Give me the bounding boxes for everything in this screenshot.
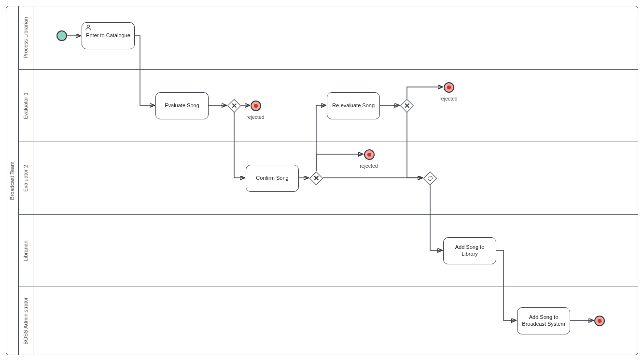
lane-title-bar: Librarian	[19, 215, 33, 287]
lane-title-bar: Evaluator 2	[19, 142, 33, 214]
lane-title-bar: Evaluator 1	[19, 70, 33, 142]
pool-title: Broadcast Team	[9, 161, 15, 200]
gateway-after-evaluate[interactable]: ✕	[227, 99, 241, 113]
svg-point-0	[87, 25, 89, 28]
lane-evaluator-1[interactable]: Evaluator 1 Evaluate Song ✕ rejected Re-…	[19, 69, 638, 142]
end-event-rejected-1[interactable]	[251, 101, 261, 111]
pool-broadcast-team[interactable]: Broadcast Team Process Librarian Enter t…	[6, 6, 638, 355]
lane-title: Process Librarian	[23, 17, 28, 58]
task-confirm-song[interactable]: Confirm Song	[246, 165, 299, 192]
end-event-rejected-3[interactable]	[444, 82, 454, 93]
task-label: Evaluate Song	[165, 102, 199, 109]
task-label: Confirm Song	[256, 175, 288, 182]
task-label: Enter to Catalogue	[86, 32, 130, 39]
task-label: Add Song to Broadcast System	[520, 314, 567, 328]
lane-title-bar: Process Librarian	[19, 6, 33, 69]
lane-evaluator-2[interactable]: Evaluator 2 Confirm Song ✕ rejected	[19, 142, 638, 214]
end-event-rejected-2[interactable]	[364, 149, 375, 160]
task-add-song-to-broadcast[interactable]: Add Song to Broadcast System	[517, 307, 570, 334]
task-label: Re-evaluate Song	[332, 102, 375, 109]
user-task-icon	[85, 25, 92, 30]
task-add-song-to-library[interactable]: Add Song to Library	[443, 237, 496, 264]
lane-title: BOSS Administrator	[23, 297, 28, 345]
lane-title: Librarian	[23, 240, 28, 261]
lane-title: Evaluator 2	[23, 165, 28, 192]
end-event-label: rejected	[434, 96, 463, 101]
task-evaluate-song[interactable]: Evaluate Song	[155, 92, 209, 119]
end-event-label: rejected	[354, 163, 383, 169]
end-event-label: rejected	[241, 114, 270, 120]
gateway-after-reevaluate[interactable]: ✕	[400, 99, 414, 113]
gateway-merge-inclusive[interactable]	[423, 172, 437, 185]
lane-librarian[interactable]: Librarian Add Song to Library	[19, 214, 638, 287]
end-event-final[interactable]	[594, 316, 605, 326]
start-event[interactable]	[56, 30, 67, 41]
pool-title-bar: Broadcast Team	[6, 6, 19, 355]
lane-title-bar: BOSS Administrator	[19, 287, 33, 355]
task-enter-to-catalogue[interactable]: Enter to Catalogue	[82, 22, 135, 49]
task-reevaluate-song[interactable]: Re-evaluate Song	[327, 92, 380, 119]
lane-title: Evaluator 1	[23, 92, 28, 119]
lane-boss-administrator[interactable]: BOSS Administrator Add Song to Broadcast…	[19, 287, 638, 355]
gateway-after-confirm[interactable]: ✕	[309, 172, 323, 185]
lane-process-librarian[interactable]: Process Librarian Enter to Catalogue	[19, 6, 638, 69]
task-label: Add Song to Library	[447, 244, 493, 258]
